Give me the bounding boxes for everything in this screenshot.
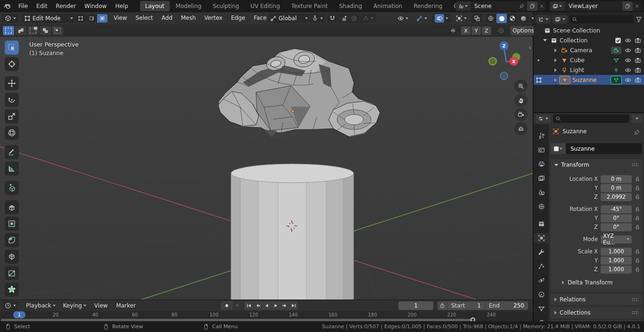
topbar-menu-item[interactable]: Help xyxy=(111,1,132,11)
tab-world-properties[interactable] xyxy=(534,202,549,211)
disclosure-closed-icon[interactable] xyxy=(554,68,557,72)
start-frame-field[interactable]: Start 1 xyxy=(447,301,485,310)
object-id-dropdown[interactable] xyxy=(551,143,566,154)
suzanne-mesh[interactable] xyxy=(218,49,380,138)
tab-shading[interactable]: Shading xyxy=(334,1,367,11)
location-z-field[interactable]: 2.0992 xyxy=(601,193,632,201)
tab-layout[interactable]: Layout xyxy=(140,1,170,11)
object-name-input[interactable]: Suzanne xyxy=(566,143,642,154)
viewport-menu-item[interactable]: Vertex xyxy=(200,12,227,24)
tool-annotate[interactable] xyxy=(5,145,19,159)
jump-to-start-button[interactable] xyxy=(244,301,253,310)
keying-menu[interactable]: Keying xyxy=(59,300,90,311)
viewlayer-selector[interactable]: ViewLayer ✕ xyxy=(550,1,641,11)
properties-options-dropdown[interactable] xyxy=(632,114,642,123)
lock-open-icon[interactable] xyxy=(635,267,640,272)
tool-loop-cut[interactable] xyxy=(5,250,19,264)
eye-icon[interactable] xyxy=(625,37,631,44)
tab-texture-paint[interactable]: Texture Paint xyxy=(286,1,333,11)
blender-logo-icon[interactable] xyxy=(4,2,11,10)
viewport-menu-item[interactable]: Select xyxy=(131,12,157,24)
pin-id-icon[interactable] xyxy=(634,129,640,136)
disclosure-open-icon[interactable] xyxy=(543,39,547,41)
lock-open-icon[interactable] xyxy=(635,258,640,263)
auto-keying-button[interactable] xyxy=(221,301,233,310)
tool-move[interactable] xyxy=(5,76,19,90)
snap-toggle-button[interactable] xyxy=(327,14,338,23)
eye-icon[interactable] xyxy=(625,47,631,54)
mirror-y-toggle[interactable]: Y xyxy=(471,26,481,35)
properties-editor-type-button[interactable] xyxy=(536,114,551,123)
select-mode-extend-button[interactable] xyxy=(15,26,26,35)
topbar-menu-item[interactable]: Window xyxy=(80,1,111,11)
disclosure-closed-icon[interactable] xyxy=(554,78,557,82)
new-scene-button[interactable] xyxy=(527,1,537,11)
play-reverse-button[interactable] xyxy=(262,301,271,310)
render-camera-icon[interactable] xyxy=(635,67,641,73)
marker-menu[interactable]: Marker xyxy=(112,300,140,311)
material-preview-button[interactable] xyxy=(507,14,518,23)
cylinder-object[interactable] xyxy=(231,164,354,300)
select-mode-intersect-button[interactable] xyxy=(52,26,63,35)
pivot-point-dropdown[interactable] xyxy=(309,14,325,23)
tab-animation[interactable]: Animation xyxy=(368,1,407,11)
lock-open-icon[interactable] xyxy=(635,176,640,182)
lock-open-icon[interactable] xyxy=(635,224,640,230)
tab-particle-properties[interactable] xyxy=(534,261,549,271)
previous-keyframe-button[interactable] xyxy=(253,301,262,310)
tool-rotate[interactable] xyxy=(5,93,19,107)
rotation-mode-dropdown[interactable]: XYZ Eu... xyxy=(601,235,632,243)
tool-select-box[interactable] xyxy=(5,40,19,55)
tool-measure[interactable] xyxy=(5,162,19,176)
lock-open-icon[interactable] xyxy=(635,215,640,221)
remove-viewlayer-button[interactable]: ✕ xyxy=(633,3,641,9)
solid-shading-button[interactable] xyxy=(496,14,507,23)
selected-vertex[interactable] xyxy=(291,110,294,113)
outliner-search-input[interactable] xyxy=(570,15,634,24)
pin-scene-button[interactable] xyxy=(517,1,527,11)
location-x-field[interactable]: 0 m xyxy=(601,175,632,183)
drag-grip-icon[interactable] xyxy=(632,311,638,315)
rendered-shading-button[interactable] xyxy=(518,14,528,23)
object-visibility-dropdown[interactable] xyxy=(394,14,411,23)
viewlayer-browse-button[interactable] xyxy=(550,1,565,11)
location-y-field[interactable]: 0 m xyxy=(601,184,632,192)
tab-rendering[interactable]: Rendering xyxy=(408,1,447,11)
xray-toggle-button[interactable] xyxy=(471,14,483,23)
proportional-falloff-dropdown[interactable] xyxy=(360,14,376,23)
render-camera-icon[interactable] xyxy=(635,37,641,44)
tab-viewlayer-properties[interactable] xyxy=(534,173,549,183)
navigation-gizmo[interactable]: Z X xyxy=(487,40,529,83)
jump-to-end-button[interactable] xyxy=(289,301,298,310)
gizmo-minus-y-axis[interactable] xyxy=(489,57,496,65)
scale-x-field[interactable]: 1.000 xyxy=(601,248,632,256)
outliner-row-suzanne[interactable]: Suzanne xyxy=(534,75,644,85)
lock-open-icon[interactable] xyxy=(635,206,640,212)
camera-view-button[interactable] xyxy=(514,108,528,121)
viewport-menu-item[interactable]: View xyxy=(109,12,131,24)
select-mode-subtract-button[interactable] xyxy=(27,26,39,35)
tool-transform[interactable] xyxy=(5,126,19,140)
mode-dropdown[interactable]: Edit Mode xyxy=(22,14,75,23)
unlink-scene-button[interactable]: ✕ xyxy=(537,3,546,9)
outliner-display-mode-dropdown[interactable] xyxy=(536,15,551,24)
current-frame-marker[interactable]: 1 xyxy=(13,311,25,318)
mirror-button[interactable] xyxy=(447,26,459,35)
filter-icon[interactable] xyxy=(636,16,642,23)
vertex-select-mode-button[interactable] xyxy=(75,14,86,23)
mirror-x-toggle[interactable]: X xyxy=(461,26,471,35)
face-select-mode-button[interactable] xyxy=(97,14,107,23)
tab-tool-properties[interactable] xyxy=(534,131,549,141)
tab-sculpting[interactable]: Sculpting xyxy=(207,1,244,11)
viewport-menu-item[interactable]: Edge xyxy=(227,12,249,24)
disclosure-closed-icon[interactable] xyxy=(554,58,557,62)
use-preview-range-button[interactable] xyxy=(438,301,447,310)
light-data-badge[interactable] xyxy=(611,66,621,74)
tool-cursor[interactable] xyxy=(5,57,19,71)
show-overlays-dropdown[interactable] xyxy=(432,14,451,23)
topbar-menu-item[interactable]: File xyxy=(14,1,32,11)
view-menu[interactable]: View xyxy=(90,300,112,311)
tab-output-properties[interactable] xyxy=(534,159,549,169)
viewport-menu-item[interactable]: Add xyxy=(157,12,177,24)
topbar-menu-item[interactable]: Edit xyxy=(32,1,51,11)
